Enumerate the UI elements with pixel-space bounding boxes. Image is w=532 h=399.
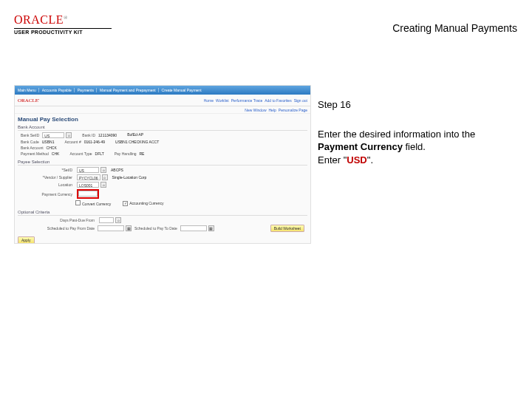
accounting-currency-checkbox[interactable]: ✓: [123, 201, 128, 206]
form-row: *Vendor / Supplier PYCYCL06⌕ Single-Loca…: [18, 174, 307, 181]
step-label: Step 16: [318, 98, 513, 112]
app-brand-row: ORACLE' Home Worklist Performance Trace …: [15, 95, 310, 106]
lookup-icon[interactable]: ⌕: [100, 167, 106, 173]
form-row: Bank CodeUSBN1 Account #0161-246-49 USBN…: [18, 139, 307, 145]
calendar-icon[interactable]: ▦: [126, 225, 132, 231]
instruction-text: Enter the desired information into the P…: [318, 128, 513, 167]
lookup-icon[interactable]: ⌕: [66, 132, 72, 138]
form-row: Payment Currency: [18, 188, 307, 200]
util-link[interactable]: Home: [204, 98, 214, 103]
app-brand: ORACLE': [18, 98, 39, 103]
util-link[interactable]: Sign out: [294, 98, 307, 103]
location-field[interactable]: LOS001: [77, 182, 99, 188]
util-link[interactable]: Worklist: [216, 98, 229, 103]
brand-wordmark: ORACLE®: [14, 13, 112, 27]
days-past-due-field[interactable]: [99, 217, 114, 223]
nav-item[interactable]: Main Menu: [18, 88, 39, 92]
app-topnav: Main Menu Accounts Payable Payments Manu…: [15, 86, 310, 95]
payment-currency-highlight: [77, 189, 99, 199]
build-worksheet-button[interactable]: Build Worksheet: [270, 225, 304, 232]
lookup-icon[interactable]: ⌕: [115, 217, 121, 223]
setid-field[interactable]: US: [77, 167, 99, 173]
util-link[interactable]: Add to Favorites: [265, 98, 291, 103]
brand-subtext: USER PRODUCTIVITY KIT: [14, 30, 112, 35]
vendor-field[interactable]: PYCYCL06: [77, 174, 100, 180]
form-row: Location LOS001⌕: [18, 181, 307, 188]
checkbox-row: Convert Currency ✓Accounting Currency: [18, 200, 307, 207]
band-title: Optional Criteria: [18, 210, 307, 216]
form-row: Scheduled to Pay From Date ▦ Scheduled t…: [18, 224, 307, 233]
calendar-icon[interactable]: ▦: [208, 225, 214, 231]
form-row: Days Past-Due From ⌕: [18, 216, 307, 224]
sub-link[interactable]: New Window: [245, 108, 266, 112]
nav-item[interactable]: Create Manual Payment: [162, 88, 204, 92]
sub-link[interactable]: Personalize Page: [279, 108, 307, 112]
form-row: Bank AccountCHCK: [18, 145, 307, 151]
lookup-icon[interactable]: ⌕: [100, 182, 106, 188]
embedded-screenshot: Main Menu Accounts Payable Payments Manu…: [14, 85, 311, 244]
convert-currency-checkbox[interactable]: [75, 200, 81, 205]
bank-account-band: Bank Account Bank SetIDUS⌕ Bank ID121134…: [15, 123, 310, 158]
lookup-icon[interactable]: ⌕: [102, 174, 108, 180]
footer: Apply: [15, 234, 310, 244]
nav-item[interactable]: Payments: [78, 88, 97, 92]
section-title: Manual Pay Selection: [15, 114, 310, 123]
page-title: Creating Manual Payments: [392, 22, 517, 34]
pay-from-date-field[interactable]: [98, 225, 124, 231]
band-title: Bank Account: [18, 125, 307, 131]
form-row: *SetID US⌕ ABCPS: [18, 166, 307, 174]
band-title: Payee Selection: [18, 160, 307, 166]
form-row: Payment MethodCHK Account TypeDFLT Pay H…: [18, 151, 307, 157]
apply-button[interactable]: Apply: [18, 236, 35, 244]
app-utility-links: Home Worklist Performance Trace Add to F…: [204, 98, 310, 103]
brand-rule: [14, 28, 112, 29]
entry-value: USD: [347, 154, 366, 166]
optional-criteria-band: Optional Criteria Days Past-Due From ⌕ S…: [15, 208, 310, 234]
app-sub-links: New Window Help Personalize Page: [15, 106, 310, 114]
instruction-panel: Step 16 Enter the desired information in…: [318, 98, 513, 166]
payee-selection-band: Payee Selection *SetID US⌕ ABCPS *Vendor…: [15, 158, 310, 208]
brand-logo: ORACLE® USER PRODUCTIVITY KIT: [14, 13, 112, 35]
sub-link[interactable]: Help: [269, 108, 276, 112]
payment-currency-field[interactable]: [78, 191, 98, 197]
field-name: Payment Currency: [318, 141, 403, 152]
nav-item[interactable]: Accounts Payable: [42, 88, 75, 92]
util-link[interactable]: Performance Trace: [231, 98, 263, 103]
form-row: Bank SetIDUS⌕ Bank ID121134090 BofEd-AP: [18, 132, 307, 139]
pay-to-date-field[interactable]: [180, 225, 207, 231]
page-root: ORACLE® USER PRODUCTIVITY KIT Creating M…: [0, 0, 532, 399]
bank-setid-field[interactable]: US: [42, 132, 64, 138]
nav-item[interactable]: Manual Payment and Prepayment: [100, 88, 159, 92]
